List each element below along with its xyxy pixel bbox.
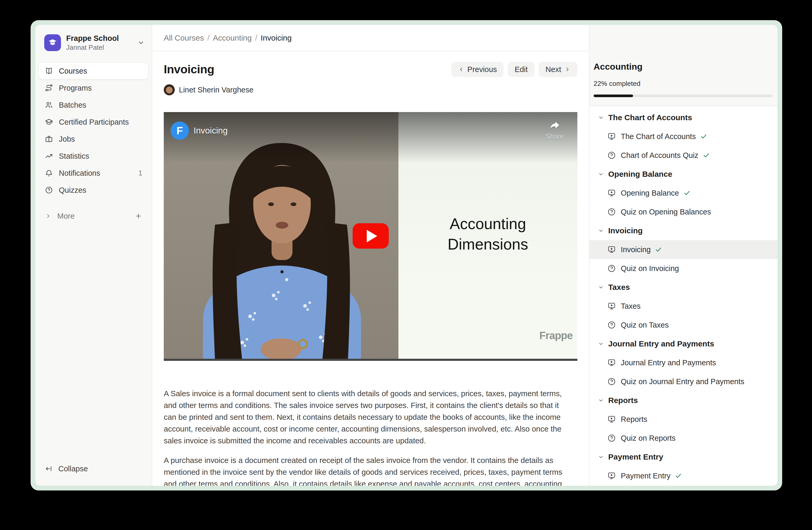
previous-button[interactable]: Previous (451, 62, 504, 77)
plus-icon[interactable] (134, 212, 142, 220)
chapter-label: Reports (608, 396, 638, 405)
video-slide: Accounting Dimensions (398, 112, 577, 361)
chapter-label: Taxes (608, 283, 630, 292)
sidebar-item-quizzes[interactable]: Quizzes (39, 182, 148, 198)
chevron-right-icon (564, 66, 570, 72)
chevron-down-icon (598, 227, 604, 234)
frappe-school-logo (44, 34, 61, 51)
breadcrumb-separator: / (255, 33, 257, 42)
sidebar-item-label: Courses (59, 67, 87, 75)
check-icon (655, 246, 662, 253)
sidebar-item-courses[interactable]: Courses (39, 63, 148, 79)
author-name: Linet Sherin Varghese (179, 86, 253, 94)
share-arrow-icon (548, 119, 561, 131)
outline-lesson-reports[interactable]: Reports (589, 410, 778, 429)
progress-bar (594, 95, 773, 97)
next-label: Next (546, 65, 561, 74)
outline-chapter-payment-entry[interactable]: Payment Entry (589, 447, 778, 466)
bell-icon (45, 169, 53, 177)
sidebar-collapse-button[interactable]: Collapse (39, 461, 148, 477)
quiz-icon (607, 434, 616, 443)
next-button[interactable]: Next (539, 62, 577, 77)
sidebar-menu: Courses Programs Batches Certified Parti… (39, 63, 148, 199)
outline-lesson-quiz-on-taxes[interactable]: Quiz on Taxes (589, 316, 778, 334)
help-circle-icon (45, 186, 53, 194)
chapter-label: Invoicing (608, 226, 643, 235)
lesson-paragraph: A Sales invoice is a formal document sen… (164, 388, 570, 446)
channel-logo-letter: F (177, 125, 183, 137)
video-lesson-icon (607, 245, 616, 254)
brand-name: Frappe School (66, 34, 119, 43)
outline-chapter-opening-balance[interactable]: Opening Balance (589, 165, 778, 184)
youtube-video-player[interactable]: Accounting Dimensions F Invoicing (164, 112, 577, 361)
outline-lesson-the-chart-of-accounts[interactable]: The Chart of Accounts (589, 127, 778, 146)
chapter-label: Journal Entry and Payments (608, 339, 714, 348)
outline-chapter-taxes[interactable]: Taxes (589, 278, 778, 297)
previous-label: Previous (467, 65, 497, 74)
outline-chapter-reports[interactable]: Reports (589, 391, 778, 410)
slide-title-line1: Accounting (448, 214, 528, 234)
sidebar-item-statistics[interactable]: Statistics (39, 148, 148, 164)
author-row: Linet Sherin Varghese (164, 84, 577, 95)
course-title: Accounting (594, 61, 773, 72)
breadcrumb-accounting[interactable]: Accounting (213, 33, 252, 42)
sidebar-more-toggle[interactable]: More (39, 208, 148, 224)
outline-chapter-invoicing[interactable]: Invoicing (589, 221, 778, 240)
progress-fill (594, 95, 633, 97)
sidebar-item-label: Notifications (59, 169, 100, 178)
check-icon (702, 152, 710, 159)
screen: Frappe School Jannat Patel Courses Progr… (0, 0, 812, 530)
outline-lesson-chart-of-accounts-quiz[interactable]: Chart of Accounts Quiz (589, 146, 778, 165)
outline-chapter-the-chart-of-accounts[interactable]: The Chart of Accounts (589, 108, 778, 127)
video-lesson-icon (607, 302, 616, 310)
breadcrumb-all-courses[interactable]: All Courses (164, 33, 204, 42)
sidebar-item-label: Certified Participants (59, 118, 129, 126)
progress-label: 22% completed (594, 80, 773, 88)
chevron-down-icon (598, 397, 604, 404)
video-title[interactable]: Invoicing (193, 126, 228, 136)
lesson-label: Quiz on Journal Entry and Payments (621, 377, 744, 386)
outline-lesson-quiz-on-invoicing[interactable]: Quiz on Invoicing (589, 259, 778, 278)
frappe-school-app: Frappe School Jannat Patel Courses Progr… (35, 25, 778, 486)
outline-chapter-journal-entry-and-payments[interactable]: Journal Entry and Payments (589, 334, 778, 353)
sidebar-item-batches[interactable]: Batches (39, 97, 148, 113)
sidebar-item-label: Quizzes (59, 186, 86, 195)
frappe-channel-logo[interactable]: F (171, 122, 189, 140)
sidebar-item-programs[interactable]: Programs (39, 80, 148, 96)
collapse-sidebar-icon (45, 465, 53, 473)
sidebar-item-certified-participants[interactable]: Certified Participants (39, 114, 148, 130)
video-share-button[interactable]: Share (546, 119, 564, 141)
workspace-labels: Frappe School Jannat Patel (66, 34, 119, 51)
sidebar-item-label: Programs (59, 84, 92, 93)
check-icon (700, 133, 707, 140)
chapter-label: The Chart of Accounts (608, 113, 692, 122)
outline-lesson-opening-balance[interactable]: Opening Balance (589, 184, 778, 203)
outline-lesson-journal-entry-and-payments[interactable]: Journal Entry and Payments (589, 353, 778, 372)
workspace-switcher[interactable]: Frappe School Jannat Patel (44, 34, 145, 51)
youtube-play-button[interactable] (353, 223, 389, 249)
outline-lesson-quiz-on-reports[interactable]: Quiz on Reports (589, 429, 778, 447)
sidebar: Frappe School Jannat Patel Courses Progr… (35, 25, 152, 486)
outline-lesson-quiz-on-journal-entry-and-payments[interactable]: Quiz on Journal Entry and Payments (589, 372, 778, 391)
outline-lesson-payment-entry[interactable]: Payment Entry (589, 466, 778, 485)
notification-count-badge: 1 (139, 169, 142, 177)
edit-button[interactable]: Edit (508, 62, 534, 77)
lesson-label: Payment Entry (621, 472, 670, 480)
course-outline: The Chart of Accounts The Chart of Accou… (589, 106, 778, 486)
outline-lesson-invoicing-active[interactable]: Invoicing (589, 240, 778, 259)
edit-label: Edit (514, 65, 528, 74)
lesson-label: Taxes (621, 302, 641, 310)
lesson-label: Quiz on Reports (621, 434, 676, 443)
breadcrumb-current: Invoicing (261, 33, 292, 42)
outline-lesson-quiz-on-opening-balances[interactable]: Quiz on Opening Balances (589, 203, 778, 221)
slide-title: Accounting Dimensions (448, 214, 528, 254)
sidebar-item-notifications[interactable]: Notifications 1 (39, 165, 148, 181)
breadcrumb-bar: All Courses / Accounting / Invoicing (152, 25, 589, 51)
outline-lesson-taxes[interactable]: Taxes (589, 297, 778, 316)
play-triangle-icon (367, 229, 377, 242)
page-title: Invoicing (164, 62, 214, 76)
video-progress-strip[interactable] (164, 359, 577, 361)
sidebar-item-jobs[interactable]: Jobs (39, 131, 148, 147)
sidebar-spacer (39, 224, 148, 461)
chevron-down-icon (598, 171, 604, 177)
